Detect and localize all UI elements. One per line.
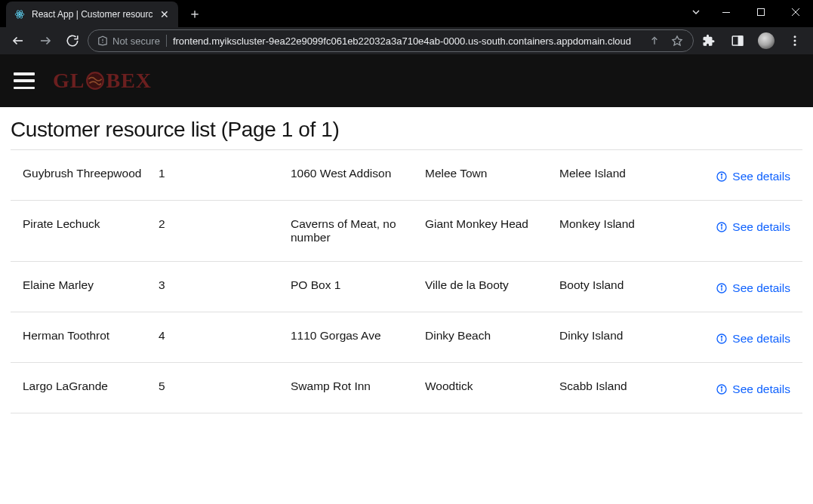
see-details-link[interactable]: See details: [700, 167, 790, 183]
address-url: frontend.myikscluster-9ea22e9099fc061eb2…: [173, 35, 642, 47]
react-favicon-icon: [14, 8, 26, 20]
table-row: Largo LaGrande 5 Swamp Rot Inn Woodtick …: [11, 363, 802, 413]
security-indicator[interactable]: Not secure: [97, 35, 160, 47]
side-panel-icon[interactable]: [725, 29, 750, 53]
logo-text-right: BEX: [106, 69, 152, 93]
svg-point-30: [722, 337, 722, 337]
profile-avatar[interactable]: [754, 29, 778, 53]
cell-city: Ville de la Booty: [425, 278, 559, 292]
browser-tab[interactable]: React App | Customer resource li ✕: [6, 2, 178, 27]
info-icon: [716, 171, 728, 183]
cell-city: Dinky Beach: [425, 329, 559, 343]
cell-name: Herman Toothrot: [23, 329, 159, 343]
table-row: Herman Toothrot 4 1110 Gorgas Ave Dinky …: [11, 312, 802, 363]
see-details-link[interactable]: See details: [700, 380, 790, 396]
cell-id: 4: [159, 329, 291, 343]
svg-rect-5: [758, 9, 765, 16]
globe-icon: [85, 70, 106, 91]
cell-name: Elaine Marley: [23, 278, 159, 292]
reload-button[interactable]: [60, 29, 85, 53]
page-title: Customer resource list (Page 1 of 1): [11, 118, 802, 142]
customer-list: Guybrush Threepwood 1 1060 West Addison …: [11, 149, 802, 413]
info-icon: [716, 221, 728, 233]
cell-id: 1: [159, 167, 291, 180]
address-divider: [166, 35, 167, 47]
see-details-link[interactable]: See details: [700, 217, 790, 234]
window-maximize-button[interactable]: [744, 0, 778, 24]
see-details-label: See details: [732, 220, 790, 234]
see-details-label: See details: [732, 383, 790, 396]
svg-point-24: [722, 225, 722, 226]
extensions-icon[interactable]: [697, 29, 721, 53]
not-secure-label: Not secure: [112, 35, 160, 47]
cell-region: Booty Island: [559, 278, 700, 292]
hamburger-menu-icon[interactable]: [14, 72, 35, 89]
avatar-icon: [758, 32, 775, 49]
svg-point-17: [794, 44, 796, 46]
content: Customer resource list (Page 1 of 1) Guy…: [0, 107, 813, 424]
svg-marker-11: [673, 36, 682, 45]
tab-row: React App | Customer resource li ✕ ＋: [0, 0, 813, 27]
share-icon[interactable]: [648, 34, 661, 48]
table-row: Guybrush Threepwood 1 1060 West Addison …: [11, 150, 802, 201]
cell-id: 5: [159, 380, 291, 393]
address-bar[interactable]: Not secure frontend.myikscluster-9ea22e9…: [88, 29, 694, 52]
toolbar-right: [697, 29, 807, 53]
cell-id: 3: [159, 278, 291, 292]
cell-address: PO Box 1: [291, 278, 425, 292]
forward-button[interactable]: [33, 29, 57, 53]
cell-name: Guybrush Threepwood: [23, 167, 159, 180]
cell-city: Giant Monkey Head: [425, 217, 559, 231]
cell-address: 1110 Gorgas Ave: [291, 329, 425, 343]
tab-title: React App | Customer resource li: [32, 9, 152, 20]
table-row: Elaine Marley 3 PO Box 1 Ville de la Boo…: [11, 262, 802, 312]
info-icon: [716, 282, 728, 294]
svg-point-15: [794, 35, 796, 38]
cell-region: Dinky Island: [559, 329, 700, 343]
cell-region: Scabb Island: [559, 380, 700, 393]
see-details-label: See details: [732, 332, 790, 346]
cell-address: 1060 West Addison: [291, 167, 425, 180]
see-details-link[interactable]: See details: [700, 329, 790, 346]
browser-chrome: React App | Customer resource li ✕ ＋: [0, 0, 813, 54]
table-row: Pirate Lechuck 2 Caverns of Meat, no num…: [11, 201, 802, 262]
globex-logo[interactable]: GL BEX: [53, 69, 152, 93]
app-header: GL BEX: [0, 54, 813, 107]
svg-point-18: [88, 72, 104, 89]
svg-rect-4: [722, 12, 730, 13]
window-close-button[interactable]: [778, 0, 813, 24]
bookmark-icon[interactable]: [670, 34, 684, 48]
info-icon: [716, 333, 728, 345]
svg-point-0: [19, 14, 20, 15]
window-minimize-button[interactable]: [709, 0, 744, 24]
svg-rect-14: [739, 36, 743, 45]
cell-city: Woodtick: [425, 380, 559, 393]
see-details-label: See details: [732, 281, 790, 295]
cell-address: Swamp Rot Inn: [291, 380, 425, 393]
address-actions: [648, 34, 684, 48]
cell-id: 2: [159, 217, 291, 231]
logo-text-left: GL: [53, 69, 85, 93]
see-details-label: See details: [732, 170, 790, 183]
svg-point-16: [794, 40, 796, 42]
cell-address: Caverns of Meat, no number: [291, 217, 425, 244]
new-tab-button[interactable]: ＋: [184, 3, 205, 24]
svg-point-21: [722, 174, 722, 175]
cell-name: Pirate Lechuck: [23, 217, 159, 231]
back-button[interactable]: [6, 29, 30, 53]
cell-city: Melee Town: [425, 167, 559, 180]
chrome-menu-icon[interactable]: [783, 29, 807, 53]
cell-name: Largo LaGrande: [23, 380, 159, 393]
see-details-link[interactable]: See details: [700, 278, 790, 295]
window-controls: [683, 0, 813, 24]
tab-close-icon[interactable]: ✕: [159, 8, 171, 20]
cell-region: Melee Island: [559, 167, 700, 180]
cell-region: Monkey Island: [559, 217, 700, 231]
tab-search-icon[interactable]: [683, 0, 709, 24]
svg-point-33: [722, 387, 722, 388]
nav-row: Not secure frontend.myikscluster-9ea22e9…: [0, 27, 813, 54]
svg-point-27: [722, 286, 722, 287]
info-icon: [716, 383, 728, 395]
